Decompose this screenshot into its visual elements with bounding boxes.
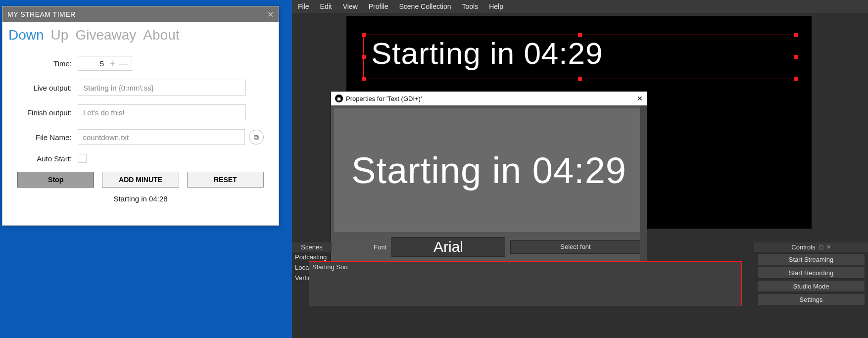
resize-handle-icon[interactable] <box>794 33 798 37</box>
font-display: Arial <box>391 237 505 257</box>
obs-window: File Edit View Profile Scene Collection … <box>292 0 868 338</box>
live-output-label: Live output: <box>17 84 72 92</box>
resize-handle-icon[interactable] <box>578 77 582 81</box>
stream-timer-window: MY STREAM TIMER ✕ Down Up Giveaway About… <box>2 6 279 226</box>
obs-logo-icon: ◉ <box>335 95 343 102</box>
reset-button[interactable]: RESET <box>187 172 264 188</box>
resize-handle-icon[interactable] <box>794 77 798 81</box>
stop-button[interactable]: Stop <box>17 172 94 188</box>
timer-title: MY STREAM TIMER <box>7 10 76 18</box>
timer-button-row: Stop ADD MINUTE RESET <box>2 172 279 188</box>
properties-title: Properties for 'Text (GDI+)' <box>346 95 422 102</box>
tab-about[interactable]: About <box>143 27 179 43</box>
properties-close-button[interactable]: ✕ <box>637 95 643 102</box>
finish-output-label: Finish output: <box>17 108 72 117</box>
properties-titlebar[interactable]: ◉ Properties for 'Text (GDI+)' ✕ <box>331 92 647 105</box>
tab-up[interactable]: Up <box>51 27 69 43</box>
add-minute-button[interactable]: ADD MINUTE <box>102 172 179 188</box>
close-icon[interactable]: ✕ <box>826 244 831 250</box>
controls-panel: Controls ▢ ✕ Start Streaming Start Recor… <box>754 242 868 307</box>
copy-icon: ⧉ <box>254 133 259 142</box>
tab-down[interactable]: Down <box>8 27 44 43</box>
file-name-input[interactable] <box>78 129 245 145</box>
time-minus-icon[interactable]: — <box>118 58 129 69</box>
font-label: Font <box>337 243 386 251</box>
finish-output-input[interactable] <box>78 104 246 120</box>
scenes-panel: Scenes Starting Soo Podcasting Local Swi… <box>292 242 332 302</box>
undock-icon[interactable]: ▢ <box>819 244 823 250</box>
timer-status: Starting in 04:28 <box>2 194 279 203</box>
start-recording-button[interactable]: Start Recording <box>757 267 865 279</box>
scene-item[interactable]: Podcasting <box>292 252 332 262</box>
menu-file[interactable]: File <box>298 2 309 10</box>
file-name-label: File Name: <box>17 133 72 142</box>
start-streaming-button[interactable]: Start Streaming <box>757 253 865 265</box>
auto-start-checkbox[interactable] <box>78 154 87 163</box>
timer-close-button[interactable]: ✕ <box>267 10 274 19</box>
resize-handle-icon[interactable] <box>794 55 798 59</box>
resize-handle-icon[interactable] <box>362 55 366 59</box>
time-label: Time: <box>17 59 72 68</box>
tab-giveaway[interactable]: Giveaway <box>75 27 136 43</box>
time-spinner[interactable]: 5 ＋ — <box>78 56 132 71</box>
menu-tools[interactable]: Tools <box>462 2 479 10</box>
time-value: 5 <box>81 59 107 68</box>
select-font-button[interactable]: Select font <box>510 240 641 254</box>
resize-handle-icon[interactable] <box>362 77 366 81</box>
menu-scene-collection[interactable]: Scene Collection <box>399 2 451 10</box>
live-output-input[interactable] <box>78 80 246 96</box>
obs-menubar: File Edit View Profile Scene Collection … <box>292 0 868 13</box>
settings-button[interactable]: Settings <box>757 293 865 305</box>
menu-edit[interactable]: Edit <box>320 2 332 10</box>
scenes-header: Scenes <box>292 242 332 252</box>
controls-header: Controls ▢ ✕ <box>754 242 868 252</box>
studio-mode-button[interactable]: Studio Mode <box>757 280 865 292</box>
timer-tabs: Down Up Giveaway About <box>2 22 279 46</box>
scene-item[interactable]: Starting Soo <box>309 261 742 306</box>
timer-form: Time: 5 ＋ — Live output: Finish output: … <box>2 46 279 163</box>
properties-preview-text: Starting in 04:29 <box>351 149 627 192</box>
preview-text: Starting in 04:29 <box>371 36 603 71</box>
time-plus-icon[interactable]: ＋ <box>107 57 118 69</box>
menu-view[interactable]: View <box>343 2 358 10</box>
controls-header-label: Controls <box>791 243 815 251</box>
timer-titlebar[interactable]: MY STREAM TIMER ✕ <box>2 6 279 22</box>
menu-profile[interactable]: Profile <box>369 2 388 10</box>
auto-start-label: Auto Start: <box>17 154 72 163</box>
resize-handle-icon[interactable] <box>362 33 366 37</box>
menu-help[interactable]: Help <box>489 2 503 10</box>
properties-preview: Starting in 04:29 <box>334 108 644 232</box>
copy-button[interactable]: ⧉ <box>249 130 264 145</box>
